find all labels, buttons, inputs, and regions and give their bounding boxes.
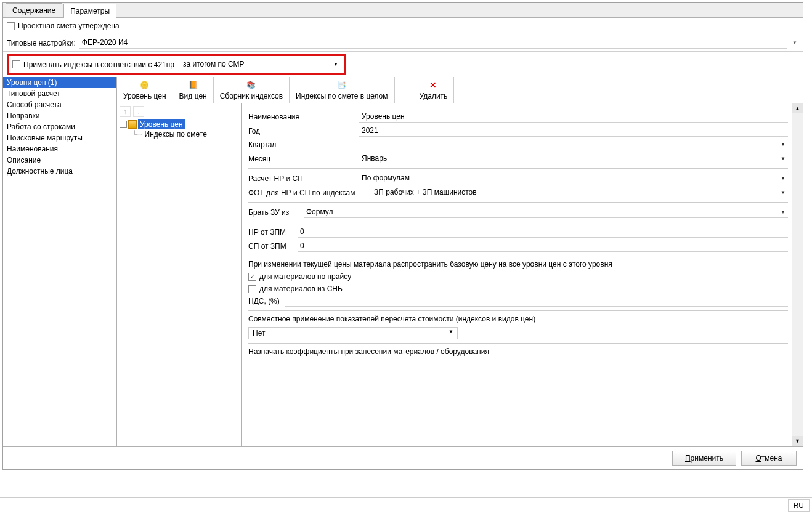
apply-421-label: Применять индексы в соответствии с 421пр <box>23 60 174 69</box>
tb-delete[interactable]: ✕Удалить <box>413 77 455 103</box>
chk-price-row[interactable]: для материалов по прайсу <box>248 272 788 281</box>
combined-dropdown[interactable]: Нет▼ <box>248 327 458 339</box>
sidebar-item-names[interactable]: Наименования <box>3 143 116 155</box>
tb-level[interactable]: 🪙Уровень цен <box>117 77 173 103</box>
nr-zpm-input[interactable]: 0 <box>298 226 788 238</box>
apply-421-checkbox-row[interactable]: Применять индексы в соответствии с 421пр <box>12 60 174 69</box>
tab-params[interactable]: Параметры <box>63 4 116 18</box>
typical-dropdown-icon[interactable] <box>790 39 799 47</box>
quarter-label: Квартал <box>248 140 359 149</box>
assign-label: Назначать коэффициенты при занесении мат… <box>248 347 788 356</box>
year-input[interactable]: 2021 <box>359 125 788 137</box>
sidebar-item-corrections[interactable]: Поправки <box>3 110 116 121</box>
sidebar-item-levels[interactable]: Уровни цен (1) <box>3 77 116 88</box>
tree-root-label[interactable]: Уровень цен <box>138 119 185 129</box>
month-dropdown[interactable]: Январь <box>359 153 788 164</box>
tb-view[interactable]: 📙Вид цен <box>173 77 214 103</box>
sheet-icon: 📑 <box>336 79 347 91</box>
delete-icon: ✕ <box>428 79 439 91</box>
year-label: Год <box>248 127 359 135</box>
name-input[interactable]: Уровень цен <box>359 111 788 123</box>
spread-text: При изменении текущей цены материала рас… <box>248 260 788 269</box>
sidebar-item-officials[interactable]: Должностные лица <box>3 166 116 177</box>
sidebar-item-method[interactable]: Способ расчета <box>3 99 116 110</box>
nds-input[interactable] <box>285 296 788 307</box>
chk-price[interactable] <box>248 273 256 281</box>
sidebar-item-routes[interactable]: Поисковые маршруты <box>3 132 116 143</box>
sidebar-item-rows[interactable]: Работа со строками <box>3 121 116 132</box>
apply-421-checkbox[interactable] <box>12 60 20 68</box>
books-icon: 📚 <box>246 79 257 91</box>
nrsp-label: Расчет НР и СП <box>248 174 359 183</box>
sidebar: Уровни цен (1) Типовой расчет Способ рас… <box>3 77 117 446</box>
scroll-down-icon[interactable]: ▼ <box>792 436 803 446</box>
zu-label: Брать ЗУ из <box>248 208 304 217</box>
approved-label: Проектная смета утверждена <box>18 22 120 30</box>
tb-collection[interactable]: 📚Сборник индексов <box>214 77 290 103</box>
tree-root[interactable]: − Уровень цен <box>120 119 238 129</box>
quarter-dropdown[interactable] <box>359 139 788 150</box>
tab-content[interactable]: Содержание <box>6 3 62 17</box>
tree-child[interactable]: └┈ Индексы по смете <box>132 129 238 139</box>
chk-snb-row[interactable]: для материалов из СНБ <box>248 285 788 293</box>
typical-value[interactable]: ФЕР-2020 И4 <box>79 37 787 49</box>
approved-checkbox-row[interactable]: Проектная смета утверждена <box>7 22 799 30</box>
book-icon: 📙 <box>187 79 198 91</box>
folder-icon <box>128 120 137 129</box>
fot-dropdown[interactable]: ЗП рабочих + ЗП машинистов <box>371 187 788 198</box>
move-up-icon[interactable]: ↑ <box>120 106 131 117</box>
combined-label: Совместное применение показателей пересч… <box>248 315 788 323</box>
tree-child-label[interactable]: Индексы по смете <box>143 129 209 139</box>
lang-indicator[interactable]: RU <box>788 499 810 512</box>
apply-421-dropdown[interactable]: за итогом по СМР▼ <box>181 59 341 70</box>
coins-icon: 🪙 <box>139 79 150 91</box>
zu-dropdown[interactable]: Формул <box>304 206 788 218</box>
scroll-up-icon[interactable]: ▲ <box>792 103 803 113</box>
nds-label: НДС, (%) <box>248 297 285 305</box>
sidebar-item-typical[interactable]: Типовой расчет <box>3 88 116 99</box>
cancel-button[interactable]: Отмена <box>741 451 797 466</box>
month-label: Месяц <box>248 155 359 163</box>
sp-zpm-label: СП от ЗПМ <box>248 242 298 251</box>
apply-button[interactable]: Применить <box>672 451 736 466</box>
chk-snb[interactable] <box>248 285 256 293</box>
name-label: Наименование <box>248 113 359 121</box>
typical-label: Типовые настройки: <box>7 39 76 47</box>
sp-zpm-input[interactable]: 0 <box>298 240 788 252</box>
nr-zpm-label: НР от ЗПМ <box>248 228 298 236</box>
fot-label: ФОТ для НР и СП по индексам <box>248 188 371 197</box>
nrsp-dropdown[interactable]: По формулам <box>359 172 788 184</box>
sidebar-item-description[interactable]: Описание <box>3 155 116 166</box>
approved-checkbox[interactable] <box>7 22 15 30</box>
collapse-icon[interactable]: − <box>120 121 127 128</box>
apply-421-highlight: Применять индексы в соответствии с 421пр… <box>7 54 346 75</box>
move-down-icon[interactable]: ↓ <box>133 106 144 117</box>
tb-indexes-whole[interactable]: 📑Индексы по смете в целом <box>290 77 394 103</box>
tree-pane: ↑ ↓ − Уровень цен └┈ Индексы по смете <box>117 103 242 446</box>
scrollbar[interactable]: ▲ ▼ <box>792 103 803 446</box>
